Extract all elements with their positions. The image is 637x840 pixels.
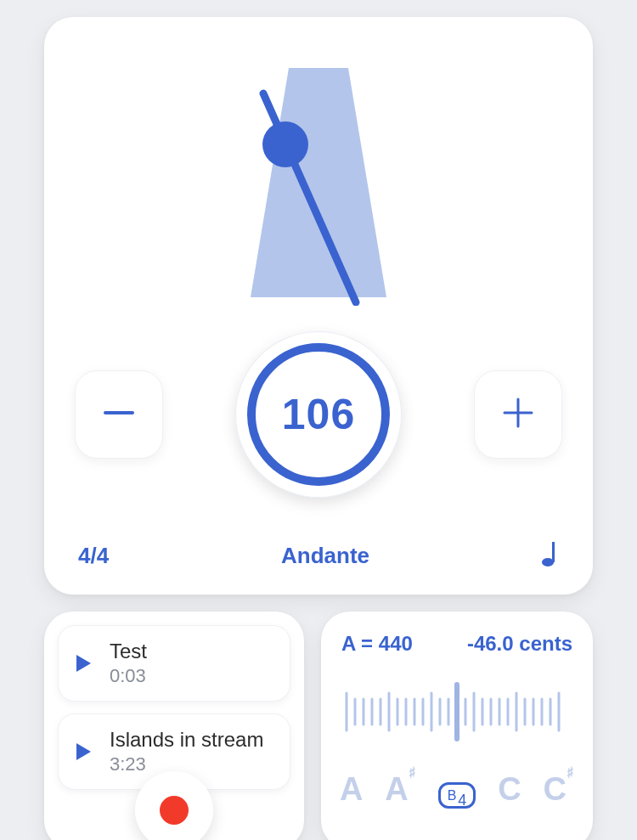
tuner-cents: -46.0 cents bbox=[467, 632, 572, 656]
note-c-sharp[interactable]: C♯ bbox=[544, 771, 574, 808]
recording-duration: 3:23 bbox=[110, 753, 263, 775]
tuner-scale bbox=[338, 678, 576, 746]
tuner-notes: A A♯ B4 C C♯ bbox=[338, 771, 576, 809]
metronome-meta-row: 4/4 Andante bbox=[70, 540, 567, 571]
tuner-reference[interactable]: A = 440 bbox=[341, 632, 413, 656]
svg-point-1 bbox=[262, 121, 308, 167]
metronome-card: 106 4/4 Andante bbox=[44, 17, 593, 595]
record-button[interactable] bbox=[135, 771, 213, 840]
play-icon bbox=[72, 741, 94, 763]
bpm-dial[interactable]: 106 bbox=[235, 331, 402, 498]
plus-icon bbox=[496, 391, 540, 438]
recordings-card: Test 0:03 Islands in stream 3:23 bbox=[44, 612, 304, 840]
minus-icon bbox=[97, 391, 141, 438]
bpm-controls: 106 bbox=[70, 331, 567, 498]
note-active[interactable]: B4 bbox=[438, 782, 476, 809]
bpm-increase-button[interactable] bbox=[474, 370, 562, 459]
note-c[interactable]: C bbox=[498, 771, 521, 808]
bpm-value: 106 bbox=[282, 390, 355, 439]
svg-point-5 bbox=[542, 558, 554, 567]
recording-title: Islands in stream bbox=[110, 728, 263, 752]
tuner-card: A = 440 -46.0 cents bbox=[321, 612, 593, 840]
recording-item[interactable]: Test 0:03 bbox=[58, 625, 290, 702]
time-signature[interactable]: 4/4 bbox=[78, 543, 109, 569]
note-a[interactable]: A bbox=[340, 771, 363, 808]
note-a-sharp[interactable]: A♯ bbox=[385, 771, 415, 808]
recording-title: Test bbox=[110, 640, 147, 663]
bpm-decrease-button[interactable] bbox=[75, 370, 163, 459]
play-icon bbox=[72, 652, 94, 674]
metronome-pendulum[interactable] bbox=[70, 51, 567, 306]
recording-duration: 0:03 bbox=[110, 665, 147, 687]
tempo-name[interactable]: Andante bbox=[281, 543, 369, 569]
note-value-icon[interactable] bbox=[542, 540, 559, 571]
svg-rect-6 bbox=[552, 542, 555, 562]
